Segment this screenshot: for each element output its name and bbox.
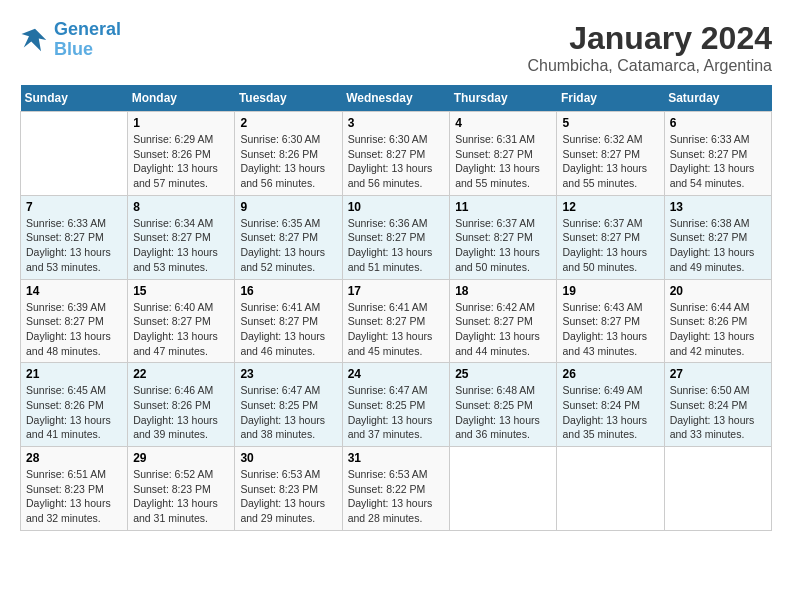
day-number: 11 <box>455 200 551 214</box>
day-info: Sunrise: 6:33 AMSunset: 8:27 PMDaylight:… <box>26 216 122 275</box>
calendar-cell: 13 Sunrise: 6:38 AMSunset: 8:27 PMDaylig… <box>664 195 771 279</box>
day-info: Sunrise: 6:37 AMSunset: 8:27 PMDaylight:… <box>562 216 658 275</box>
day-number: 29 <box>133 451 229 465</box>
day-info: Sunrise: 6:48 AMSunset: 8:25 PMDaylight:… <box>455 383 551 442</box>
calendar-cell: 24 Sunrise: 6:47 AMSunset: 8:25 PMDaylig… <box>342 363 450 447</box>
day-number: 2 <box>240 116 336 130</box>
day-info: Sunrise: 6:53 AMSunset: 8:23 PMDaylight:… <box>240 467 336 526</box>
calendar-cell: 30 Sunrise: 6:53 AMSunset: 8:23 PMDaylig… <box>235 447 342 531</box>
logo-line2: Blue <box>54 39 93 59</box>
calendar-cell: 2 Sunrise: 6:30 AMSunset: 8:26 PMDayligh… <box>235 112 342 196</box>
calendar-cell: 11 Sunrise: 6:37 AMSunset: 8:27 PMDaylig… <box>450 195 557 279</box>
calendar-cell: 19 Sunrise: 6:43 AMSunset: 8:27 PMDaylig… <box>557 279 664 363</box>
day-info: Sunrise: 6:41 AMSunset: 8:27 PMDaylight:… <box>240 300 336 359</box>
calendar-cell: 17 Sunrise: 6:41 AMSunset: 8:27 PMDaylig… <box>342 279 450 363</box>
calendar-cell: 7 Sunrise: 6:33 AMSunset: 8:27 PMDayligh… <box>21 195 128 279</box>
calendar-cell: 1 Sunrise: 6:29 AMSunset: 8:26 PMDayligh… <box>128 112 235 196</box>
calendar-cell: 26 Sunrise: 6:49 AMSunset: 8:24 PMDaylig… <box>557 363 664 447</box>
day-number: 15 <box>133 284 229 298</box>
day-number: 10 <box>348 200 445 214</box>
day-number: 28 <box>26 451 122 465</box>
calendar-cell: 15 Sunrise: 6:40 AMSunset: 8:27 PMDaylig… <box>128 279 235 363</box>
calendar-cell <box>557 447 664 531</box>
day-number: 17 <box>348 284 445 298</box>
header-thursday: Thursday <box>450 85 557 112</box>
day-info: Sunrise: 6:35 AMSunset: 8:27 PMDaylight:… <box>240 216 336 275</box>
calendar-cell: 23 Sunrise: 6:47 AMSunset: 8:25 PMDaylig… <box>235 363 342 447</box>
calendar-week-4: 21 Sunrise: 6:45 AMSunset: 8:26 PMDaylig… <box>21 363 772 447</box>
day-info: Sunrise: 6:42 AMSunset: 8:27 PMDaylight:… <box>455 300 551 359</box>
day-info: Sunrise: 6:39 AMSunset: 8:27 PMDaylight:… <box>26 300 122 359</box>
day-info: Sunrise: 6:31 AMSunset: 8:27 PMDaylight:… <box>455 132 551 191</box>
header: General Blue January 2024 Chumbicha, Cat… <box>20 20 772 75</box>
day-info: Sunrise: 6:32 AMSunset: 8:27 PMDaylight:… <box>562 132 658 191</box>
day-number: 8 <box>133 200 229 214</box>
day-number: 21 <box>26 367 122 381</box>
day-info: Sunrise: 6:49 AMSunset: 8:24 PMDaylight:… <box>562 383 658 442</box>
calendar-cell: 16 Sunrise: 6:41 AMSunset: 8:27 PMDaylig… <box>235 279 342 363</box>
subtitle: Chumbicha, Catamarca, Argentina <box>527 57 772 75</box>
day-info: Sunrise: 6:53 AMSunset: 8:22 PMDaylight:… <box>348 467 445 526</box>
day-info: Sunrise: 6:47 AMSunset: 8:25 PMDaylight:… <box>348 383 445 442</box>
day-number: 30 <box>240 451 336 465</box>
calendar-cell <box>664 447 771 531</box>
header-saturday: Saturday <box>664 85 771 112</box>
day-number: 4 <box>455 116 551 130</box>
logo-text: General Blue <box>54 20 121 60</box>
logo: General Blue <box>20 20 121 60</box>
calendar-cell: 3 Sunrise: 6:30 AMSunset: 8:27 PMDayligh… <box>342 112 450 196</box>
day-info: Sunrise: 6:29 AMSunset: 8:26 PMDaylight:… <box>133 132 229 191</box>
header-wednesday: Wednesday <box>342 85 450 112</box>
logo-icon <box>20 25 50 55</box>
calendar-cell: 18 Sunrise: 6:42 AMSunset: 8:27 PMDaylig… <box>450 279 557 363</box>
day-number: 7 <box>26 200 122 214</box>
day-number: 9 <box>240 200 336 214</box>
calendar-cell: 4 Sunrise: 6:31 AMSunset: 8:27 PMDayligh… <box>450 112 557 196</box>
day-info: Sunrise: 6:33 AMSunset: 8:27 PMDaylight:… <box>670 132 766 191</box>
day-number: 16 <box>240 284 336 298</box>
calendar-cell: 5 Sunrise: 6:32 AMSunset: 8:27 PMDayligh… <box>557 112 664 196</box>
calendar-cell: 31 Sunrise: 6:53 AMSunset: 8:22 PMDaylig… <box>342 447 450 531</box>
calendar-cell: 22 Sunrise: 6:46 AMSunset: 8:26 PMDaylig… <box>128 363 235 447</box>
day-number: 23 <box>240 367 336 381</box>
calendar-cell: 9 Sunrise: 6:35 AMSunset: 8:27 PMDayligh… <box>235 195 342 279</box>
calendar-cell: 10 Sunrise: 6:36 AMSunset: 8:27 PMDaylig… <box>342 195 450 279</box>
title-area: January 2024 Chumbicha, Catamarca, Argen… <box>527 20 772 75</box>
day-info: Sunrise: 6:41 AMSunset: 8:27 PMDaylight:… <box>348 300 445 359</box>
header-sunday: Sunday <box>21 85 128 112</box>
day-info: Sunrise: 6:30 AMSunset: 8:27 PMDaylight:… <box>348 132 445 191</box>
calendar-week-5: 28 Sunrise: 6:51 AMSunset: 8:23 PMDaylig… <box>21 447 772 531</box>
header-friday: Friday <box>557 85 664 112</box>
day-info: Sunrise: 6:46 AMSunset: 8:26 PMDaylight:… <box>133 383 229 442</box>
day-info: Sunrise: 6:45 AMSunset: 8:26 PMDaylight:… <box>26 383 122 442</box>
calendar-cell: 28 Sunrise: 6:51 AMSunset: 8:23 PMDaylig… <box>21 447 128 531</box>
day-number: 20 <box>670 284 766 298</box>
day-number: 3 <box>348 116 445 130</box>
calendar-table: SundayMondayTuesdayWednesdayThursdayFrid… <box>20 85 772 531</box>
day-number: 14 <box>26 284 122 298</box>
calendar-cell: 8 Sunrise: 6:34 AMSunset: 8:27 PMDayligh… <box>128 195 235 279</box>
calendar-cell: 14 Sunrise: 6:39 AMSunset: 8:27 PMDaylig… <box>21 279 128 363</box>
day-number: 6 <box>670 116 766 130</box>
header-monday: Monday <box>128 85 235 112</box>
day-number: 26 <box>562 367 658 381</box>
day-number: 22 <box>133 367 229 381</box>
calendar-cell: 25 Sunrise: 6:48 AMSunset: 8:25 PMDaylig… <box>450 363 557 447</box>
day-number: 31 <box>348 451 445 465</box>
calendar-cell: 29 Sunrise: 6:52 AMSunset: 8:23 PMDaylig… <box>128 447 235 531</box>
day-number: 12 <box>562 200 658 214</box>
day-info: Sunrise: 6:36 AMSunset: 8:27 PMDaylight:… <box>348 216 445 275</box>
calendar-cell: 27 Sunrise: 6:50 AMSunset: 8:24 PMDaylig… <box>664 363 771 447</box>
day-info: Sunrise: 6:50 AMSunset: 8:24 PMDaylight:… <box>670 383 766 442</box>
calendar-cell <box>21 112 128 196</box>
day-info: Sunrise: 6:40 AMSunset: 8:27 PMDaylight:… <box>133 300 229 359</box>
day-info: Sunrise: 6:44 AMSunset: 8:26 PMDaylight:… <box>670 300 766 359</box>
calendar-header-row: SundayMondayTuesdayWednesdayThursdayFrid… <box>21 85 772 112</box>
day-info: Sunrise: 6:37 AMSunset: 8:27 PMDaylight:… <box>455 216 551 275</box>
day-info: Sunrise: 6:34 AMSunset: 8:27 PMDaylight:… <box>133 216 229 275</box>
day-number: 5 <box>562 116 658 130</box>
day-info: Sunrise: 6:38 AMSunset: 8:27 PMDaylight:… <box>670 216 766 275</box>
day-number: 25 <box>455 367 551 381</box>
calendar-week-1: 1 Sunrise: 6:29 AMSunset: 8:26 PMDayligh… <box>21 112 772 196</box>
day-number: 13 <box>670 200 766 214</box>
